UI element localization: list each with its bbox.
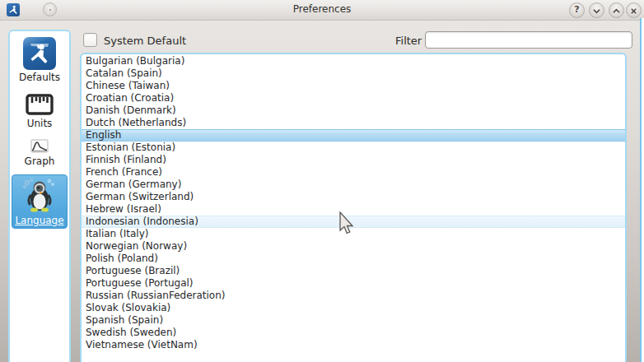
language-list-item[interactable]: Spanish (Spain) [82,314,625,327]
language-list-item[interactable]: Russian (RussianFederation) [82,290,625,302]
language-list-item[interactable]: Danish (Denmark) [82,104,625,117]
sidebar-item-graph[interactable]: Graph [12,137,68,169]
language-list-item[interactable]: Portuguese (Brazil) [82,265,625,277]
penguin-icon [20,177,59,213]
sidebar-item-defaults[interactable]: Defaults [12,35,68,86]
sidebar-item-units[interactable]: Units [12,90,68,132]
language-list-item[interactable]: Croatian (Croatia) [82,92,625,104]
shade-up-button[interactable] [609,2,624,18]
language-list-item[interactable]: Norwegian (Norway) [82,240,625,253]
language-list-item[interactable]: Italian (Italy) [82,228,625,240]
language-list-item[interactable]: Estonian (Estonia) [82,142,625,154]
preferences-sidebar: DefaultsUnitsGraphLanguage [8,30,71,362]
language-list-item[interactable]: Vietnamese (VietNam) [82,339,625,351]
language-list-item[interactable]: Portuguese (Portugal) [82,277,625,290]
sidebar-item-label: Language [15,215,63,226]
diver-icon [23,37,56,70]
language-list-item[interactable]: Finnish (Finland) [82,154,625,166]
close-button[interactable] [626,2,642,18]
ruler-icon [26,93,54,116]
help-button[interactable]: ? [569,2,585,18]
sidebar-item-label: Defaults [19,72,60,83]
language-list-item[interactable]: Chinese (Taiwan) [82,80,625,92]
language-list-item[interactable]: Dutch (Netherlands) [82,117,625,129]
language-list-item[interactable]: Polish (Poland) [82,253,625,265]
language-list-item[interactable]: German (Switzerland) [82,191,625,203]
graph-icon [30,139,49,154]
preferences-dialog: { "window": { "title": "Preferences", "b… [0,0,644,362]
filter-input[interactable] [425,31,632,49]
language-list-item[interactable]: Catalan (Spain) [82,67,625,80]
chevron-down-icon [593,7,600,15]
language-list: Bulgarian (Bulgaria)Catalan (Spain)Chine… [80,53,627,362]
titlebar[interactable]: Preferences ? [0,0,644,21]
language-list-item[interactable]: Indonesian (Indonesia) [82,216,625,228]
window-title: Preferences [0,3,644,15]
language-list-item[interactable]: Hebrew (Israel) [82,203,625,216]
language-list-item[interactable]: Bulgarian (Bulgaria) [82,55,625,67]
system-default-checkbox[interactable] [83,33,97,47]
sidebar-item-language[interactable]: Language [12,174,68,229]
background-window-edge [640,18,644,362]
language-list-item[interactable]: French (France) [82,166,625,179]
sidebar-item-label: Units [27,118,53,129]
shade-down-button[interactable] [589,2,604,18]
system-default-label: System Default [104,35,186,47]
filter-label: Filter [395,35,422,47]
sidebar-item-label: Graph [25,155,55,167]
language-list-item[interactable]: German (Germany) [82,179,625,191]
close-icon [630,7,637,15]
language-list-item[interactable]: English [82,129,625,142]
chevron-up-icon [613,7,620,15]
language-list-item[interactable]: Slovak (Slovakia) [82,302,625,314]
language-list-item[interactable]: Swedish (Sweden) [82,327,625,339]
